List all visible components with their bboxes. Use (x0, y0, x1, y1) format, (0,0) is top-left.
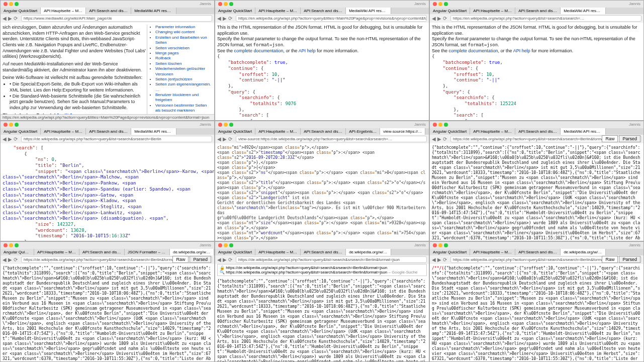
tab[interactable]: MediaWiki API result – Wik… (131, 8, 176, 14)
tab[interactable]: API:Search and discovery … (301, 249, 346, 255)
forward-icon[interactable]: ▶ (8, 16, 12, 21)
back-icon[interactable]: ◀ (432, 16, 436, 21)
forward-icon[interactable]: ▶ (8, 257, 12, 262)
sidebar-link[interactable]: Seiten löschen (155, 61, 181, 66)
maximize-icon[interactable] (444, 243, 448, 247)
sidebar-link[interactable]: Rollback (155, 56, 171, 60)
minimize-icon[interactable] (9, 243, 13, 247)
parsed-button[interactable]: Parsed (190, 256, 211, 263)
forward-icon[interactable]: ▶ (437, 136, 441, 142)
tab[interactable]: Angular QuickStart (215, 128, 255, 135)
reload-icon[interactable]: ⟳ (228, 136, 232, 142)
api-help-link[interactable]: API help (513, 48, 530, 53)
maximize-icon[interactable] (15, 243, 19, 247)
tab[interactable]: MediaWiki API result – Wik… (561, 8, 606, 14)
tab[interactable]: Angular QuickStart (430, 8, 470, 14)
tab[interactable]: API:Hauptseite – MediaWiki (470, 249, 515, 255)
sidebar-link[interactable]: Benutzer blockieren und freigeben (155, 93, 199, 102)
tab-view-source[interactable]: view-source:https://de.wikipe… (380, 128, 425, 135)
reload-icon[interactable]: ⟳ (14, 257, 18, 262)
maximize-icon[interactable] (15, 2, 19, 6)
back-icon[interactable]: ◀ (3, 136, 7, 142)
close-icon[interactable] (218, 243, 222, 247)
tab[interactable]: Angular QuickStart (430, 128, 470, 135)
reload-icon[interactable]: ⟳ (14, 136, 18, 142)
sidebar-link[interactable]: Erstellen und Bearbeiten von Seiten (155, 35, 207, 45)
tab[interactable]: API:Hauptseite – MediaWiki (41, 128, 86, 135)
back-icon[interactable]: ◀ (432, 257, 436, 262)
reload-icon[interactable]: ⟳ (228, 16, 232, 21)
sidebar-link[interactable]: Seiten verschieben (155, 46, 190, 50)
sidebar-link[interactable]: Seiten zum eigenen/angemein. … (155, 82, 211, 92)
tab[interactable]: API:Search and discovery … (301, 8, 346, 14)
sidebar-link[interactable]: Versionen bestimmter Seiten als besucht … (155, 103, 207, 113)
tab[interactable]: Angular QuickStart (430, 249, 470, 255)
tab[interactable]: API:Hauptseite – MediaWiki (255, 128, 301, 135)
minimize-icon[interactable] (9, 2, 13, 6)
tab[interactable]: MediaWiki API result – Wik… (561, 128, 606, 135)
complete-doc-link[interactable]: complete documentation (234, 48, 284, 53)
url-field[interactable]: https://de.wikipedia.org/w/api.php?actio… (21, 136, 212, 142)
omnibox-suggestion[interactable]: 🔒 https://de.wikipedia.org/w/api.php?act… (217, 264, 427, 276)
back-icon[interactable]: ◀ (3, 257, 7, 262)
forward-icon[interactable]: ▶ (8, 136, 12, 142)
tab[interactable]: API:Search and discovery … (515, 128, 561, 135)
close-icon[interactable] (433, 123, 437, 127)
back-icon[interactable]: ◀ (217, 136, 221, 142)
minimize-icon[interactable] (438, 243, 442, 247)
tab[interactable]: de.wikipedia.org/w/api.p… (346, 249, 391, 255)
maximize-icon[interactable] (229, 2, 233, 6)
minimize-icon[interactable] (224, 2, 228, 6)
tab[interactable]: JSON Formatter – Chrome … (125, 249, 170, 255)
tab[interactable]: de.wikipedia.org/w/api.p… (561, 249, 606, 255)
tab[interactable]: Angular QuickStart (1, 249, 34, 255)
minimize-icon[interactable] (224, 123, 228, 127)
sidebar-link[interactable]: Changing wiki content (155, 30, 195, 34)
parsed-button[interactable]: Parsed (619, 135, 640, 142)
tab[interactable]: API:Hauptseite – MediaWiki (470, 128, 515, 135)
close-icon[interactable] (4, 243, 8, 247)
raw-button[interactable]: Raw (602, 256, 618, 263)
close-icon[interactable] (218, 123, 222, 127)
tab[interactable]: Angular QuickStart (1, 128, 41, 135)
sidebar-link[interactable]: Parameter information (155, 25, 195, 29)
back-icon[interactable]: ◀ (217, 257, 221, 262)
tab[interactable]: MediaWiki API result – Wik… (346, 8, 391, 14)
forward-icon[interactable]: ▶ (223, 16, 227, 21)
forward-icon[interactable]: ▶ (223, 136, 227, 142)
parsed-button[interactable]: Parsed (619, 256, 640, 263)
close-icon[interactable] (218, 2, 222, 6)
back-icon[interactable]: ◀ (432, 136, 436, 142)
reload-icon[interactable]: ⟳ (443, 136, 447, 142)
forward-icon[interactable]: ▶ (223, 257, 227, 262)
tab[interactable]: Angular QuickStart (1, 8, 41, 14)
minimize-icon[interactable] (438, 2, 442, 6)
sidebar-link[interactable]: Wiederherstellen gelöschter Versionen (155, 66, 205, 76)
back-icon[interactable]: ◀ (217, 16, 221, 21)
sidebar-link[interactable]: Seiten (ent)schützen (155, 77, 192, 81)
reload-icon[interactable]: ⟳ (443, 16, 447, 21)
tab-extra[interactable]: API-Ergebnis… (346, 128, 380, 135)
tab[interactable]: API:Search and discovery … (79, 249, 125, 255)
close-icon[interactable] (4, 2, 8, 6)
tab[interactable]: API:Hauptseite – MediaWiki (255, 249, 301, 255)
sidebar-link[interactable]: Merge pages (155, 51, 179, 55)
forward-icon[interactable]: ▶ (437, 257, 441, 262)
tab[interactable]: API:Search and discovery … (515, 8, 561, 14)
reload-icon[interactable]: ⟳ (228, 257, 232, 262)
close-icon[interactable] (433, 2, 437, 6)
tab[interactable]: API:Search and discovery … (301, 128, 346, 135)
raw-button[interactable]: Raw (602, 135, 618, 142)
minimize-icon[interactable] (438, 123, 442, 127)
maximize-icon[interactable] (229, 123, 233, 127)
tab[interactable]: API:Search and discovery … (86, 128, 131, 135)
back-icon[interactable]: ◀ (3, 16, 7, 21)
tab[interactable]: API:Hauptseite – MediaWiki (255, 8, 301, 14)
maximize-icon[interactable] (229, 243, 233, 247)
reload-icon[interactable]: ⟳ (443, 257, 447, 262)
tab[interactable]: API:Hauptseite – MediaWiki (470, 8, 515, 14)
tab[interactable]: API:Search and discovery … (86, 8, 131, 14)
maximize-icon[interactable] (444, 2, 448, 6)
url-field[interactable]: https://en.wikipedia.org/w/api.php?actio… (450, 15, 641, 22)
forward-icon[interactable]: ▶ (437, 16, 441, 21)
